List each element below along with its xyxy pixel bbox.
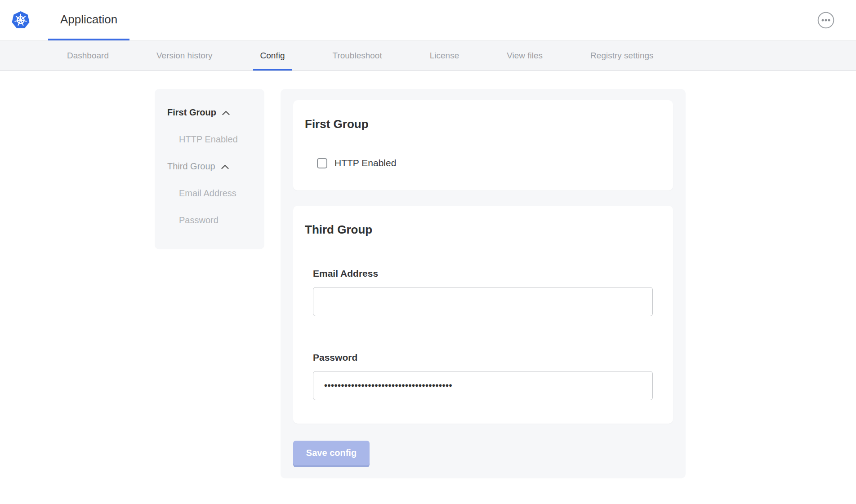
tab-label: View files: [507, 51, 543, 61]
email-address-label: Email Address: [313, 268, 661, 279]
app-tab-label: Application: [60, 13, 117, 27]
tab-license[interactable]: License: [423, 41, 467, 71]
tab-registry-settings[interactable]: Registry settings: [583, 41, 660, 71]
kubernetes-logo-icon: [11, 11, 30, 30]
tab-label: Dashboard: [67, 51, 109, 61]
tab-label: Version history: [156, 51, 213, 61]
sidebar-group-first-group[interactable]: First Group: [155, 99, 264, 126]
tab-dashboard[interactable]: Dashboard: [60, 41, 116, 71]
sidebar-item-label: HTTP Enabled: [179, 134, 238, 145]
group-title: First Group: [305, 117, 661, 131]
tab-troubleshoot[interactable]: Troubleshoot: [325, 41, 389, 71]
config-form-panel: First Group HTTP Enabled Third Group Ema…: [281, 89, 686, 478]
tab-label: License: [430, 51, 459, 61]
app-subnav: Dashboard Version history Config Trouble…: [0, 41, 856, 71]
email-address-field[interactable]: [313, 287, 653, 316]
ellipsis-icon: [817, 12, 834, 29]
sidebar-group-label: Third Group: [167, 161, 215, 172]
tab-view-files[interactable]: View files: [499, 41, 550, 71]
config-group-card-third: Third Group Email Address Password: [293, 206, 673, 424]
sidebar-item-http-enabled[interactable]: HTTP Enabled: [155, 126, 264, 153]
app-header: Application: [0, 0, 856, 41]
http-enabled-row: HTTP Enabled: [317, 158, 661, 168]
sidebar-item-label: Email Address: [179, 188, 236, 199]
overflow-menu-button[interactable]: [817, 12, 834, 29]
tab-application[interactable]: Application: [48, 0, 129, 40]
tab-config[interactable]: Config: [253, 41, 292, 71]
tab-label: Troubleshoot: [333, 51, 382, 61]
http-enabled-label[interactable]: HTTP Enabled: [334, 158, 396, 168]
sidebar-item-email-address[interactable]: Email Address: [155, 180, 264, 207]
config-page: First Group HTTP Enabled Third Group Ema…: [0, 71, 856, 504]
sidebar-group-label: First Group: [167, 107, 216, 118]
config-groups-sidebar: First Group HTTP Enabled Third Group Ema…: [155, 89, 264, 249]
save-config-button[interactable]: Save config: [293, 441, 370, 465]
sidebar-item-label: Password: [179, 215, 218, 225]
tab-version-history[interactable]: Version history: [149, 41, 220, 71]
group-title: Third Group: [305, 223, 661, 236]
kubernetes-logo: [11, 0, 30, 40]
chevron-up-icon: [222, 110, 230, 115]
password-label: Password: [313, 352, 661, 363]
sidebar-group-third-group[interactable]: Third Group: [155, 153, 264, 180]
sidebar-item-password[interactable]: Password: [155, 207, 264, 234]
config-group-card-first: First Group HTTP Enabled: [293, 100, 673, 190]
tab-label: Config: [260, 51, 285, 61]
tab-label: Registry settings: [590, 51, 653, 61]
http-enabled-checkbox[interactable]: [317, 158, 327, 168]
chevron-up-icon: [221, 164, 229, 169]
password-field[interactable]: [313, 371, 653, 400]
